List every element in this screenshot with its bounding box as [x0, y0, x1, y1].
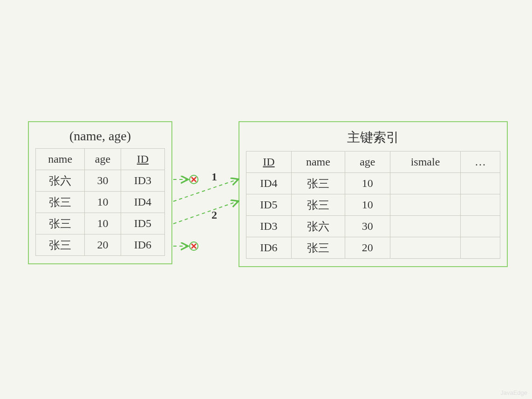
cell-id: ID4	[121, 192, 164, 213]
col-id: ID	[246, 151, 292, 173]
cell-name: 张三	[36, 213, 85, 234]
cell-name: 张三	[36, 234, 85, 256]
table-row: ID4 张三 10	[246, 173, 500, 194]
cross-icon	[188, 241, 199, 254]
primary-key-index-box: 主键索引 ID name age ismale … ID4 张三 10	[239, 121, 508, 267]
cell-name: 张三	[291, 173, 345, 194]
cell-more	[461, 173, 500, 194]
cell-more	[461, 194, 500, 216]
cell-age: 10	[85, 213, 121, 234]
cell-id: ID3	[246, 216, 292, 237]
cell-more	[461, 237, 500, 259]
table-row: 张三 10 ID4	[36, 192, 165, 213]
diagram-stage: (name, age) name age ID 张六 30 ID3 张三 10	[0, 0, 532, 399]
table-row: 张三 20 ID6	[36, 234, 165, 256]
col-id: ID	[121, 149, 164, 170]
primary-key-index-title: 主键索引	[246, 129, 500, 146]
cell-name: 张六	[36, 170, 85, 192]
cell-more	[461, 216, 500, 237]
secondary-index-box: (name, age) name age ID 张六 30 ID3 张三 10	[28, 121, 172, 264]
arrow-lookup-1	[173, 179, 238, 201]
secondary-index-title: (name, age)	[35, 129, 165, 144]
cell-id: ID6	[121, 234, 164, 256]
primary-key-index-table: ID name age ismale … ID4 张三 10 ID5 张三	[246, 151, 500, 259]
col-age: age	[345, 151, 390, 173]
col-age: age	[85, 149, 121, 170]
cell-age: 20	[85, 234, 121, 256]
table-header-row: name age ID	[36, 149, 165, 170]
watermark: JavaEdge	[500, 389, 527, 396]
arrow-label-1: 1	[211, 171, 217, 183]
cell-id: ID6	[246, 237, 292, 259]
cell-id: ID5	[121, 213, 164, 234]
table-row: ID5 张三 10	[246, 194, 500, 216]
cell-age: 30	[85, 170, 121, 192]
col-name: name	[36, 149, 85, 170]
cell-age: 30	[345, 216, 390, 237]
arrow-label-2: 2	[211, 209, 217, 221]
table-row: 张六 30 ID3	[36, 170, 165, 192]
table-row: ID6 张三 20	[246, 237, 500, 259]
cell-age: 10	[85, 192, 121, 213]
cell-name: 张六	[291, 216, 345, 237]
table-row: 张三 10 ID5	[36, 213, 165, 234]
cross-icon	[188, 174, 199, 187]
cell-name: 张三	[36, 192, 85, 213]
table-row: ID3 张六 30	[246, 216, 500, 237]
table-header-row: ID name age ismale …	[246, 151, 500, 173]
cell-id: ID5	[246, 194, 292, 216]
cell-ismale	[390, 237, 460, 259]
cell-age: 20	[345, 237, 390, 259]
col-name: name	[291, 151, 345, 173]
cell-ismale	[390, 216, 460, 237]
cell-id: ID4	[246, 173, 292, 194]
cell-ismale	[390, 173, 460, 194]
secondary-index-table: name age ID 张六 30 ID3 张三 10 ID4 张三	[35, 148, 165, 256]
cell-name: 张三	[291, 237, 345, 259]
cell-age: 10	[345, 173, 390, 194]
col-ismale: ismale	[390, 151, 460, 173]
cell-age: 10	[345, 194, 390, 216]
col-more: …	[461, 151, 500, 173]
cell-name: 张三	[291, 194, 345, 216]
cell-ismale	[390, 194, 460, 216]
cell-id: ID3	[121, 170, 164, 192]
arrow-lookup-2	[173, 201, 238, 224]
